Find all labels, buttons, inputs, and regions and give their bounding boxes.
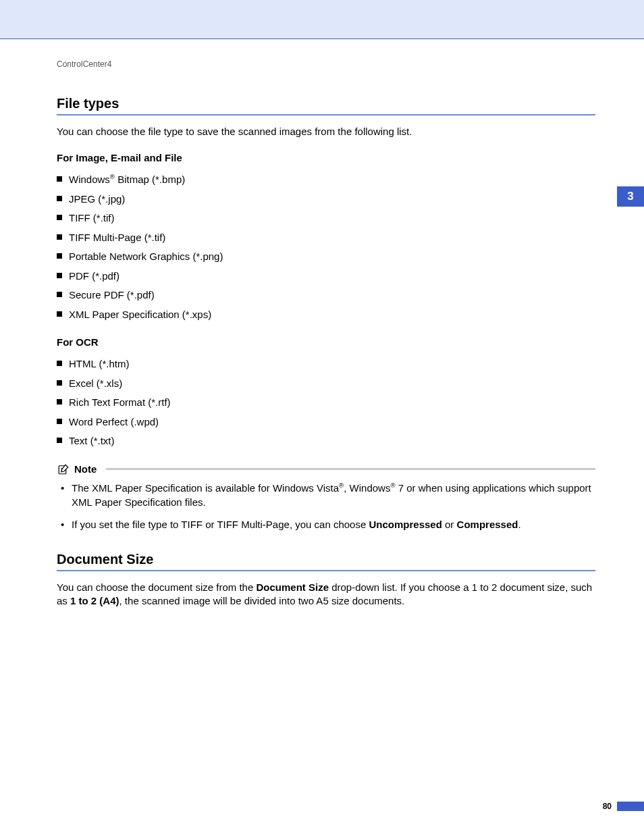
list-item: PDF (*.pdf) (57, 267, 595, 286)
page-number-strip: 80 (603, 800, 644, 812)
page-content: ControlCenter4 File types You can choose… (0, 39, 644, 608)
list-item: TIFF Multi-Page (*.tif) (57, 228, 595, 248)
note-item: The XML Paper Specification is available… (61, 481, 595, 509)
note-item: If you set the file type to TIFF or TIFF… (61, 517, 595, 531)
note-header: Note (57, 463, 595, 475)
document-size-paragraph: You can choose the document size from th… (57, 581, 595, 608)
note-label: Note (74, 463, 97, 475)
list-item: JPEG (*.jpg) (57, 190, 595, 209)
note-rule (106, 469, 595, 469)
note-list: The XML Paper Specification is available… (61, 481, 595, 531)
list-item: Word Perfect (.wpd) (57, 413, 595, 432)
registered-icon: ® (110, 173, 115, 180)
list-image-email-file: Windows® Bitmap (*.bmp) JPEG (*.jpg) TIF… (57, 170, 595, 324)
running-header: ControlCenter4 (57, 59, 595, 69)
note-pencil-icon (57, 463, 70, 475)
note-block: Note The XML Paper Specification is avai… (57, 463, 595, 531)
subhead-image-email-file: For Image, E-mail and File (57, 152, 595, 163)
list-item: Excel (*.xls) (57, 374, 595, 394)
section-title-document-size: Document Size (57, 552, 595, 571)
page-number: 80 (603, 802, 617, 811)
page-number-bar (617, 802, 644, 811)
list-item: Secure PDF (*.pdf) (57, 286, 595, 305)
list-item: Text (*.txt) (57, 432, 595, 451)
top-band (0, 0, 644, 39)
list-item: XML Paper Specification (*.xps) (57, 305, 595, 325)
intro-paragraph: You can choose the file type to save the… (57, 125, 595, 138)
section-title-file-types: File types (57, 96, 595, 115)
list-item: HTML (*.htm) (57, 355, 595, 374)
list-item: TIFF (*.tif) (57, 209, 595, 228)
subhead-ocr: For OCR (57, 336, 595, 348)
list-item: Portable Network Graphics (*.png) (57, 247, 595, 267)
registered-icon: ® (390, 481, 395, 489)
list-item: Rich Text Format (*.rtf) (57, 393, 595, 413)
list-ocr: HTML (*.htm) Excel (*.xls) Rich Text For… (57, 355, 595, 451)
chapter-tab: 3 (617, 186, 644, 207)
list-item: Windows® Bitmap (*.bmp) (57, 170, 595, 190)
chapter-number: 3 (627, 190, 633, 203)
